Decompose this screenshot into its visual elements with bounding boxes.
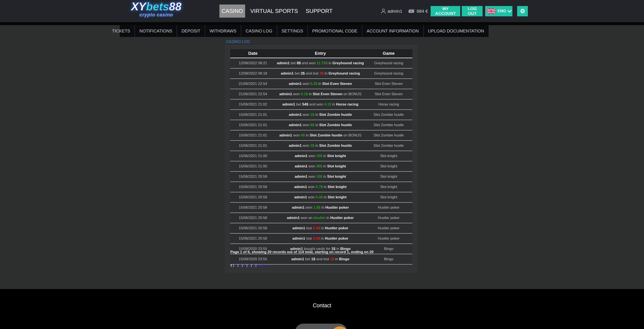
entry-text: in [328, 61, 332, 65]
entry-bold-text: Slot Zombie hustle [319, 123, 352, 127]
user-toolbar: admin1 684 € MY ACCOUNT LOG OUT ENG ⚙ [380, 0, 528, 22]
entry-text: bet [304, 257, 311, 261]
casino-log-panel: DateEntryGame 12/08/2022 08:21admin1 bet… [225, 45, 417, 272]
entry-text: in [314, 123, 319, 127]
entry-bold-text: Hustler poker [325, 236, 348, 240]
subnav-item-deposit[interactable]: DEPOSIT [177, 25, 205, 37]
date-cell: 15/06/2021 20:59 [230, 192, 276, 202]
page-link-3[interactable]: 3 [239, 263, 241, 267]
entry-bold-text: Bingo [339, 257, 349, 261]
subnav-item-casino-log[interactable]: CASINO LOG [241, 25, 277, 37]
entry-bold-text: admin1 [292, 236, 305, 240]
entry-cell: admin1 won 8$ in Slot Zombie hustle [276, 120, 365, 130]
entry-text: won [302, 123, 310, 127]
game-cell: Slot Even Steven [365, 79, 412, 89]
entry-text: in [314, 144, 319, 148]
page-link-6[interactable]: 6 [253, 263, 254, 267]
subnav-item-upload-documentation[interactable]: UPLOAD DOCUMENTATION [423, 25, 489, 37]
date-cell: 21/06/2021 22:54 [230, 79, 276, 89]
table-row: 15/09/2020 23:55admin1 bet 1$ and lost 1… [230, 254, 412, 264]
date-cell: 15/06/2021 21:00 [230, 161, 276, 171]
entry-text: in [314, 113, 319, 117]
subnav-item-account-information[interactable]: ACCOUNT INFORMATION [362, 25, 423, 37]
win-amount: double [314, 216, 326, 220]
entry-bold-text: Slot Zombie hustle [310, 133, 342, 137]
date-cell: 15/06/2021 21:02 [230, 99, 276, 110]
records-summary: Page 1 of 6, showing 20 records out of 1… [230, 250, 374, 254]
chevron-down-icon [507, 8, 512, 13]
subnav-item-promotional-code[interactable]: PROMOTIONAL CODE [308, 25, 362, 37]
date-cell: 12/08/2022 08:21 [230, 58, 276, 69]
game-cell: Hustler poker [365, 202, 412, 213]
entry-bold-text: admin1 [289, 144, 302, 148]
entry-bold-text: Slot knight [327, 164, 346, 168]
entry-bold-text: 54$ [302, 102, 308, 106]
subnav-item-withdraws[interactable]: WITHDRAWS [205, 25, 241, 37]
game-cell: Slot knight [365, 182, 412, 192]
nav-item-casino[interactable]: CASINO [220, 5, 245, 18]
entry-bold-text: Horse racing [336, 102, 358, 106]
date-cell: 15/06/2021 20:59 [230, 171, 276, 182]
entry-cell: admin1 lost 0.4$ in Hustler poker [276, 233, 365, 244]
page-link-2[interactable]: 2 [235, 263, 236, 267]
page-link-4[interactable]: 4 [244, 263, 246, 267]
contact-heading: Contact [0, 289, 644, 308]
pagination-separator: | [241, 263, 244, 267]
nav-item-virtual-sports[interactable]: VIRTUAL SPORTS [250, 8, 298, 15]
win-amount: 0.1$ [301, 92, 308, 96]
pagination-separator: | [246, 263, 248, 267]
date-cell: 15/09/2020 23:55 [230, 254, 276, 264]
entry-text: in [331, 102, 336, 106]
page-link-5[interactable]: 5 [248, 263, 250, 267]
entry-text: and lost [315, 257, 330, 261]
entry-bold-text: admin1 [279, 92, 292, 96]
entry-text: in [322, 154, 327, 158]
entry-text: in [318, 82, 322, 86]
language-dropdown[interactable]: ENG [485, 6, 512, 16]
game-cell: Slot knight [365, 151, 412, 161]
win-amount: 1$ [310, 113, 314, 117]
subnav-item-settings[interactable]: SETTINGS [277, 25, 308, 37]
next-page-link[interactable]: next >> [257, 263, 268, 267]
entry-cell: admin1 won 15$ in Slot knight [276, 151, 365, 161]
game-cell: Bingo [365, 254, 412, 264]
game-cell: Greyhound racing [365, 68, 412, 79]
table-row: 15/06/2021 20:58admin1 lost 0.4$ in Hust… [230, 223, 412, 233]
table-row: 12/08/2022 08:18admin1 bet 2$ and lost 2… [230, 68, 412, 79]
my-account-button[interactable]: MY ACCOUNT [430, 6, 460, 16]
table-row: 12/08/2022 08:21admin1 bet 8$ and won 11… [230, 58, 412, 69]
table-row: 15/06/2021 20:58admin1 won 1.6$ in Hustl… [230, 202, 412, 213]
entry-bold-text: admin1 [282, 102, 295, 106]
entry-text: won on [300, 216, 314, 220]
table-row: 15/06/2021 20:58admin1 won on double in … [230, 213, 412, 223]
entry-bold-text: Hustler poker [325, 205, 349, 209]
entry-text: in [322, 174, 327, 179]
table-row: 15/06/2021 21:02admin1 bet 54$ and won 4… [230, 99, 412, 110]
game-cell: Greyhound racing [365, 58, 412, 69]
entry-bold-text: admin1 [289, 113, 302, 117]
pagination-separator: | [232, 263, 235, 267]
entry-cell: admin1 lost 0.4$ in Hustler poker [276, 223, 365, 233]
entry-bold-text: admin1 [277, 61, 290, 65]
entry-text: lost [305, 236, 313, 240]
entry-bold-text: Slot Even Steven [322, 82, 352, 86]
entry-bold-text: Slot Even Steven [313, 92, 342, 96]
entry-text: bet [294, 71, 300, 75]
log-out-button[interactable]: LOG OUT [462, 6, 482, 16]
column-header-game: Game [365, 49, 412, 58]
subnav-item-tickets[interactable]: TICKETS [108, 25, 134, 37]
nav-item-support[interactable]: SUPPORT [306, 8, 332, 15]
entry-cell: admin1 bet 2$ and lost 2$ in Greyhound r… [276, 68, 365, 79]
win-amount: 3$ [310, 144, 314, 148]
entry-text: in [320, 205, 326, 209]
entry-text: bet [295, 102, 302, 106]
column-header-date: Date [230, 49, 276, 58]
subnav-item-notifications[interactable]: NOTIFICATIONS [134, 25, 177, 37]
win-amount: 4$ [301, 133, 305, 137]
payment-widget[interactable] [295, 324, 347, 329]
settings-gear-button[interactable]: ⚙ [517, 6, 528, 16]
site-logo[interactable]: XYbets88 crypto casino [124, 1, 188, 17]
entry-bold-text: Slot knight [328, 185, 346, 189]
entry-text: won [302, 113, 310, 117]
table-row: 21/06/2021 22:54admin1 won 0.2$ in Slot … [230, 79, 412, 89]
